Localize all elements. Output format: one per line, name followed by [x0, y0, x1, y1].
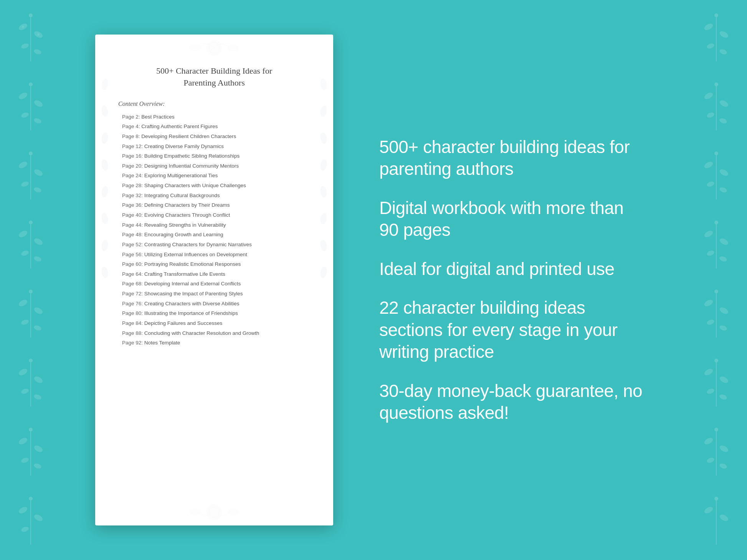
svg-point-99 — [101, 78, 109, 91]
toc-item: Page 76: Creating Characters with Divers… — [118, 299, 310, 309]
features-panel: 500+ character building ideas for parent… — [364, 128, 652, 432]
toc-item: Page 84: Depicting Failures and Successe… — [118, 318, 310, 328]
svg-point-110 — [320, 159, 328, 171]
svg-point-111 — [320, 186, 328, 198]
toc-item: Page 40: Evolving Characters Through Con… — [118, 210, 310, 220]
svg-point-97 — [189, 45, 201, 51]
toc-item: Page 4: Crafting Authentic Parent Figure… — [118, 122, 310, 132]
document-bottom-decoration — [95, 499, 333, 525]
toc-item: Page 64: Crafting Transformative Life Ev… — [118, 269, 310, 279]
svg-point-109 — [320, 132, 328, 144]
toc-item: Page 44: Revealing Strengths in Vulnerab… — [118, 220, 310, 230]
toc-item: Page 68: Developing Internal and Externa… — [118, 279, 310, 289]
toc-item: Page 88: Concluding with Character Resol… — [118, 328, 310, 338]
svg-point-118 — [228, 509, 239, 515]
toc-item: Page 52: Contrasting Characters for Dyna… — [118, 240, 310, 250]
feature-text-5: 30-day money-back guarantee, no question… — [379, 380, 644, 424]
svg-point-103 — [101, 186, 109, 198]
toc-item: Page 72: Showcasing the Impact of Parent… — [118, 289, 310, 299]
svg-point-106 — [101, 266, 109, 278]
toc-item: Page 92: Notes Template — [118, 338, 310, 348]
toc-item: Page 8: Developing Resilient Children Ch… — [118, 132, 310, 142]
toc-item: Page 60: Portraying Realistic Emotional … — [118, 259, 310, 269]
svg-point-112 — [320, 212, 328, 225]
document-page: 500+ Character Building Ideas for Parent… — [95, 35, 333, 525]
table-of-contents: Page 2: Best PracticesPage 4: Crafting A… — [118, 112, 310, 348]
toc-item: Page 12: Creating Diverse Family Dynamic… — [118, 142, 310, 152]
content-overview-label: Content Overview: — [118, 100, 310, 107]
svg-point-101 — [101, 132, 109, 144]
main-content: 500+ Character Building Ideas for Parent… — [0, 0, 747, 560]
toc-item: Page 20: Designing Influential Community… — [118, 161, 310, 171]
toc-item: Page 32: Integrating Cultural Background… — [118, 191, 310, 201]
svg-point-105 — [101, 239, 109, 252]
toc-item: Page 28: Shaping Characters with Unique … — [118, 181, 310, 191]
svg-point-102 — [101, 159, 109, 171]
svg-point-98 — [228, 45, 239, 51]
toc-item: Page 16: Building Empathetic Sibling Rel… — [118, 151, 310, 161]
toc-item: Page 48: Encouraging Growth and Learning — [118, 230, 310, 240]
feature-text-4: 22 character building ideas sections for… — [379, 297, 644, 363]
svg-point-113 — [320, 239, 328, 252]
feature-text-3: Ideal for digital and printed use — [379, 258, 644, 280]
svg-point-117 — [189, 509, 201, 515]
svg-point-107 — [320, 78, 328, 91]
svg-point-104 — [101, 212, 109, 225]
svg-point-108 — [320, 105, 328, 117]
svg-point-114 — [320, 266, 328, 278]
toc-item: Page 56: Utilizing External Influences o… — [118, 250, 310, 260]
feature-text-2: Digital workbook with more than 90 pages — [379, 197, 644, 241]
document-top-decoration — [95, 35, 333, 61]
toc-item: Page 24: Exploring Multigenerational Tie… — [118, 171, 310, 181]
toc-item: Page 2: Best Practices — [118, 112, 310, 122]
toc-item: Page 80: Illustrating the Importance of … — [118, 308, 310, 318]
document-title: 500+ Character Building Ideas for Parent… — [118, 65, 310, 89]
feature-text-1: 500+ character building ideas for parent… — [379, 136, 644, 180]
svg-point-100 — [101, 105, 109, 117]
toc-item: Page 36: Defining Characters by Their Dr… — [118, 200, 310, 210]
